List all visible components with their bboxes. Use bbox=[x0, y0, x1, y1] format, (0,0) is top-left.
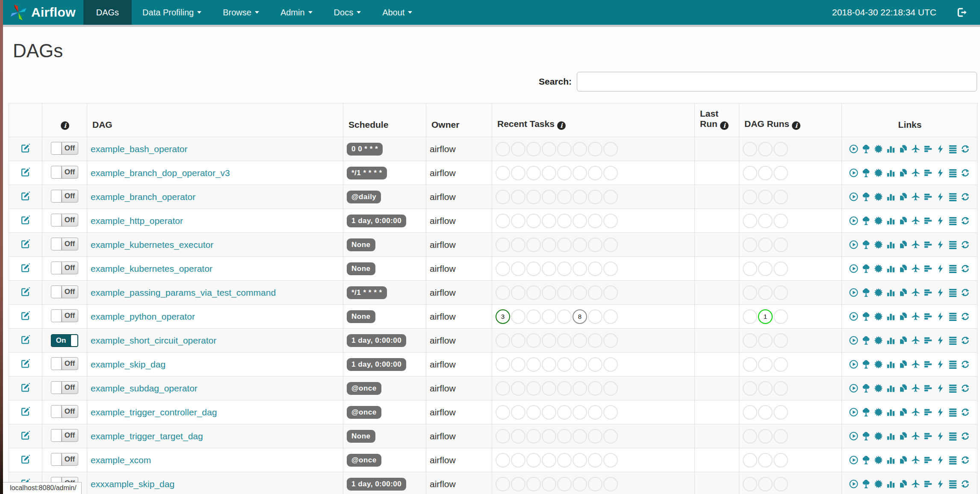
dag-link[interactable]: example_http_operator bbox=[91, 216, 183, 226]
tree-view-icon[interactable] bbox=[861, 431, 871, 441]
refresh-icon[interactable] bbox=[960, 455, 970, 465]
tree-view-icon[interactable] bbox=[861, 264, 871, 273]
gantt-view-icon[interactable] bbox=[923, 240, 933, 250]
landing-times-icon[interactable] bbox=[911, 264, 921, 273]
landing-times-icon[interactable] bbox=[911, 335, 921, 345]
gantt-view-icon[interactable] bbox=[923, 479, 933, 489]
tree-view-icon[interactable] bbox=[861, 455, 871, 465]
gantt-view-icon[interactable] bbox=[923, 359, 933, 369]
task-duration-icon[interactable] bbox=[886, 383, 896, 393]
refresh-icon[interactable] bbox=[960, 216, 970, 226]
gantt-view-icon[interactable] bbox=[923, 312, 933, 321]
task-duration-icon[interactable] bbox=[886, 240, 896, 250]
gantt-view-icon[interactable] bbox=[923, 455, 933, 465]
recent-task-circle[interactable]: 8 bbox=[573, 309, 587, 324]
edit-dag-icon[interactable] bbox=[20, 215, 31, 225]
graph-view-icon[interactable] bbox=[874, 288, 883, 297]
task-tries-icon[interactable] bbox=[898, 479, 908, 489]
code-view-icon[interactable] bbox=[936, 240, 945, 250]
dag-link[interactable]: example_kubernetes_operator bbox=[91, 264, 213, 273]
refresh-icon[interactable] bbox=[960, 383, 970, 393]
airflow-brand[interactable]: Airflow bbox=[3, 0, 83, 25]
dag-link[interactable]: example_branch_dop_operator_v3 bbox=[91, 168, 230, 178]
trigger-dag-icon[interactable] bbox=[849, 240, 859, 250]
task-tries-icon[interactable] bbox=[898, 455, 908, 465]
gantt-view-icon[interactable] bbox=[923, 216, 933, 226]
graph-view-icon[interactable] bbox=[874, 240, 883, 250]
task-tries-icon[interactable] bbox=[898, 431, 908, 441]
dag-pause-toggle[interactable]: Off bbox=[51, 166, 78, 179]
trigger-dag-icon[interactable] bbox=[849, 144, 859, 154]
dag-pause-toggle[interactable]: Off bbox=[51, 357, 78, 370]
trigger-dag-icon[interactable] bbox=[849, 335, 859, 345]
dag-link[interactable]: example_bash_operator bbox=[91, 144, 188, 154]
dag-pause-toggle[interactable]: Off bbox=[51, 285, 78, 298]
gantt-view-icon[interactable] bbox=[923, 168, 933, 178]
graph-view-icon[interactable] bbox=[874, 264, 883, 273]
trigger-dag-icon[interactable] bbox=[849, 407, 859, 417]
dag-pause-toggle[interactable]: Off bbox=[51, 429, 78, 442]
code-view-icon[interactable] bbox=[936, 144, 945, 154]
task-duration-icon[interactable] bbox=[886, 288, 896, 297]
refresh-icon[interactable] bbox=[960, 240, 970, 250]
graph-view-icon[interactable] bbox=[874, 216, 883, 226]
edit-dag-icon[interactable] bbox=[20, 358, 31, 369]
landing-times-icon[interactable] bbox=[911, 312, 921, 321]
code-view-icon[interactable] bbox=[936, 431, 945, 441]
code-view-icon[interactable] bbox=[936, 216, 945, 226]
graph-view-icon[interactable] bbox=[874, 144, 883, 154]
gantt-view-icon[interactable] bbox=[923, 335, 933, 345]
log-view-icon[interactable] bbox=[948, 144, 958, 154]
dag-link[interactable]: example_skip_dag bbox=[91, 359, 165, 369]
log-view-icon[interactable] bbox=[948, 455, 958, 465]
graph-view-icon[interactable] bbox=[874, 192, 883, 202]
dag-link[interactable]: example_xcom bbox=[91, 455, 151, 465]
tree-view-icon[interactable] bbox=[861, 407, 871, 417]
task-duration-icon[interactable] bbox=[886, 192, 896, 202]
trigger-dag-icon[interactable] bbox=[849, 192, 859, 202]
code-view-icon[interactable] bbox=[936, 264, 945, 273]
refresh-icon[interactable] bbox=[960, 479, 970, 489]
trigger-dag-icon[interactable] bbox=[849, 431, 859, 441]
nav-item-docs[interactable]: Docs bbox=[323, 0, 372, 25]
landing-times-icon[interactable] bbox=[911, 431, 921, 441]
task-duration-icon[interactable] bbox=[886, 359, 896, 369]
refresh-icon[interactable] bbox=[960, 192, 970, 202]
code-view-icon[interactable] bbox=[936, 312, 945, 321]
refresh-icon[interactable] bbox=[960, 407, 970, 417]
trigger-dag-icon[interactable] bbox=[849, 168, 859, 178]
task-tries-icon[interactable] bbox=[898, 383, 908, 393]
landing-times-icon[interactable] bbox=[911, 192, 921, 202]
log-view-icon[interactable] bbox=[948, 383, 958, 393]
log-view-icon[interactable] bbox=[948, 288, 958, 297]
nav-item-dags[interactable]: DAGs bbox=[83, 0, 132, 25]
trigger-dag-icon[interactable] bbox=[849, 288, 859, 297]
log-view-icon[interactable] bbox=[948, 431, 958, 441]
tree-view-icon[interactable] bbox=[861, 359, 871, 369]
landing-times-icon[interactable] bbox=[911, 168, 921, 178]
tree-view-icon[interactable] bbox=[861, 479, 871, 489]
dag-pause-toggle[interactable]: Off bbox=[51, 190, 78, 203]
dag-link[interactable]: example_python_operator bbox=[91, 312, 195, 321]
dag-pause-toggle[interactable]: Off bbox=[51, 238, 78, 250]
edit-dag-icon[interactable] bbox=[20, 143, 31, 153]
task-tries-icon[interactable] bbox=[898, 288, 908, 297]
code-view-icon[interactable] bbox=[936, 288, 945, 297]
graph-view-icon[interactable] bbox=[874, 335, 883, 345]
edit-dag-icon[interactable] bbox=[20, 310, 31, 321]
dag-pause-toggle[interactable]: Off bbox=[51, 405, 78, 418]
graph-view-icon[interactable] bbox=[874, 479, 883, 489]
gantt-view-icon[interactable] bbox=[923, 144, 933, 154]
landing-times-icon[interactable] bbox=[911, 216, 921, 226]
landing-times-icon[interactable] bbox=[911, 383, 921, 393]
edit-dag-icon[interactable] bbox=[20, 262, 31, 273]
code-view-icon[interactable] bbox=[936, 383, 945, 393]
log-view-icon[interactable] bbox=[948, 264, 958, 273]
logout-icon[interactable] bbox=[956, 6, 968, 18]
dag-link[interactable]: example_short_circuit_operator bbox=[91, 335, 216, 345]
refresh-icon[interactable] bbox=[960, 431, 970, 441]
code-view-icon[interactable] bbox=[936, 407, 945, 417]
tree-view-icon[interactable] bbox=[861, 335, 871, 345]
dag-link[interactable]: example_passing_params_via_test_command bbox=[91, 288, 276, 297]
log-view-icon[interactable] bbox=[948, 407, 958, 417]
